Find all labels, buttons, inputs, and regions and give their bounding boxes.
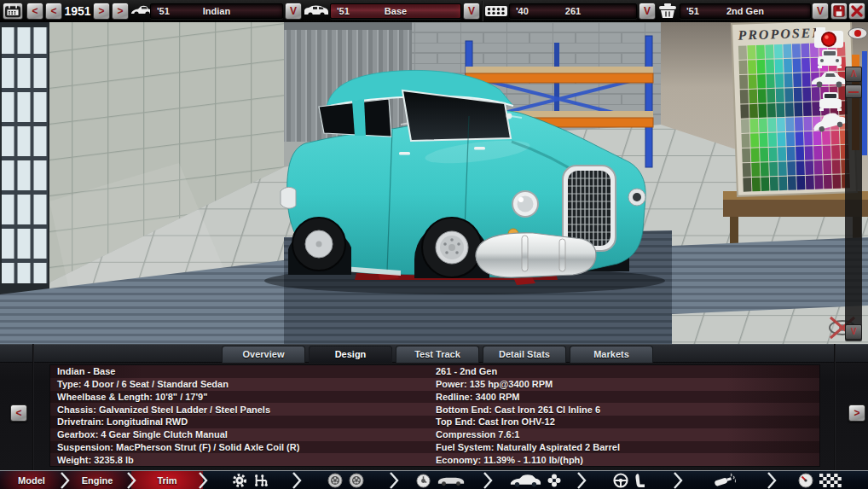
panel-prev-button[interactable]: < — [10, 405, 27, 422]
garage-3d-view[interactable]: PROPOSED — [0, 22, 868, 344]
calendar-icon — [5, 4, 20, 18]
year-forward-button[interactable]: > — [93, 3, 110, 20]
steering-wheel-icon — [613, 473, 628, 488]
save-floppy-icon — [833, 5, 845, 17]
year-back-button[interactable]: < — [45, 3, 62, 20]
chevron-separator — [767, 472, 777, 489]
engine-family-icon — [485, 5, 507, 17]
engine-family-dropdown-button[interactable]: V — [639, 3, 656, 20]
scene-scrollbar[interactable]: Λ V — [845, 67, 862, 341]
trim-name: Base — [331, 4, 460, 18]
car-front-view-icon — [818, 49, 842, 68]
nav-interior-tab[interactable] — [582, 471, 678, 489]
car-headlight — [512, 191, 538, 217]
spec-row: Weight: 3235.8 lbEconomy: 11.39% - 1.110… — [50, 453, 819, 466]
spec-row: Wheelbase & Length: 10'8" / 17'9"Redline… — [50, 391, 819, 404]
view-side-button[interactable] — [810, 70, 848, 89]
trim-selector[interactable]: '51 Base — [330, 3, 461, 19]
chevron-separator — [60, 472, 70, 489]
nav-trim-tab[interactable]: Trim — [131, 471, 203, 489]
calendar-button[interactable] — [3, 3, 23, 20]
year-forward-fast-button[interactable]: > — [112, 3, 129, 20]
photo-mode-button[interactable] — [813, 25, 846, 49]
engine-family-selector[interactable]: '40 261 — [509, 3, 637, 19]
eye-visible-icon[interactable] — [848, 25, 868, 42]
poster-title: PROPOSED — [737, 25, 824, 43]
chevron-separator — [126, 472, 136, 489]
tab-test-track[interactable]: Test Track — [396, 346, 479, 363]
scroll-down-button[interactable]: V — [845, 324, 862, 340]
close-x-icon — [851, 5, 863, 17]
trim-dropdown-button[interactable]: V — [463, 3, 480, 20]
nav-wheels-tab[interactable] — [297, 471, 394, 489]
engine-family-year-label: '40 — [516, 4, 529, 18]
car-rear-view-icon — [819, 92, 842, 111]
model-selector[interactable]: '51 Indian — [150, 3, 283, 19]
nav-brakes-tab[interactable] — [394, 471, 488, 489]
engine-variant-icon — [657, 3, 678, 19]
car-rear-wheel — [292, 218, 345, 271]
wheel-icon — [349, 473, 364, 488]
nav-exhaust-tab[interactable] — [678, 471, 772, 489]
brake-disc-icon — [416, 474, 431, 488]
year-back-fast-button[interactable]: < — [26, 3, 43, 20]
fan-icon — [547, 474, 561, 487]
nav-engine-tab[interactable]: Engine — [63, 471, 131, 489]
chevron-separator — [198, 472, 208, 489]
panel-next-button[interactable]: > — [848, 405, 865, 422]
info-panel: Overview Design Test Track Detail Stats … — [0, 344, 868, 470]
save-button[interactable] — [830, 3, 848, 20]
spec-row: Drivetrain: Longitudinal RWDTop End: Cas… — [50, 416, 819, 428]
engine-variant-year-label: '51 — [686, 4, 699, 18]
designer-step-bar: Model Engine Trim — [0, 470, 868, 489]
platform-right — [672, 237, 868, 314]
scroll-up-button[interactable]: Λ — [845, 67, 862, 82]
chevron-separator — [576, 472, 587, 489]
close-button[interactable] — [848, 3, 865, 20]
car-rear-bumper — [281, 187, 296, 208]
trim-car-icon — [304, 4, 329, 18]
nav-drivetrain-tab[interactable] — [203, 471, 297, 489]
spec-row: Chassis: Galvanized Steel Ladder / Steel… — [50, 403, 819, 416]
tab-markets[interactable]: Markets — [570, 346, 653, 363]
engine-variant-dropdown-button[interactable]: V — [812, 3, 829, 20]
exhaust-icon — [714, 473, 736, 488]
gauge-icon — [798, 473, 813, 488]
current-year: 1951 — [62, 0, 93, 22]
gear-icon — [232, 473, 247, 488]
car-three-quarter-view-icon — [811, 111, 847, 133]
tab-detail-stats[interactable]: Detail Stats — [483, 346, 566, 363]
view-rear-button[interactable] — [818, 90, 843, 111]
nav-body-aero-tab[interactable] — [488, 471, 582, 489]
wheel-icon — [327, 473, 343, 488]
chevron-separator — [673, 472, 683, 489]
gearbox-shifter-icon — [253, 474, 269, 487]
engine-variant-selector[interactable]: '51 2nd Gen — [680, 3, 811, 19]
nav-test-track-tab[interactable] — [772, 471, 868, 489]
car-body-icon — [509, 474, 541, 487]
tab-design[interactable]: Design — [309, 346, 392, 363]
view-three-quarter-button[interactable] — [810, 111, 848, 133]
garage-viewport[interactable]: PROPOSED — [0, 22, 868, 344]
app-window: < < 1951 > > '51 Indian V '51 Base V — [0, 0, 868, 489]
nav-model-tab[interactable]: Model — [0, 471, 63, 489]
model-name: Indian — [151, 4, 282, 18]
car-front-wheel — [422, 218, 482, 277]
camera-icon — [814, 27, 843, 48]
engine-family-name: 261 — [510, 4, 636, 18]
chevron-separator — [483, 472, 493, 489]
checkered-flag-icon — [819, 474, 842, 487]
model-year-label: '51 — [157, 4, 170, 18]
chevron-separator — [292, 472, 302, 489]
tab-overview[interactable]: Overview — [222, 346, 305, 363]
view-front-button[interactable] — [816, 48, 843, 68]
engine-variant-name: 2nd Gen — [680, 4, 810, 18]
chevron-separator — [389, 472, 399, 489]
tab-strip: Overview Design Test Track Detail Stats … — [0, 344, 868, 363]
trim-year-label: '51 — [337, 4, 350, 18]
spec-row: Indian - Base261 - 2nd Gen — [50, 365, 819, 378]
scroll-thumb[interactable] — [845, 84, 862, 98]
model-dropdown-button[interactable]: V — [285, 3, 302, 20]
spec-row: Gearbox: 4 Gear Single Clutch ManualComp… — [50, 428, 819, 441]
spec-row: Suspension: MacPherson Strut (F) / Solid… — [50, 441, 819, 454]
